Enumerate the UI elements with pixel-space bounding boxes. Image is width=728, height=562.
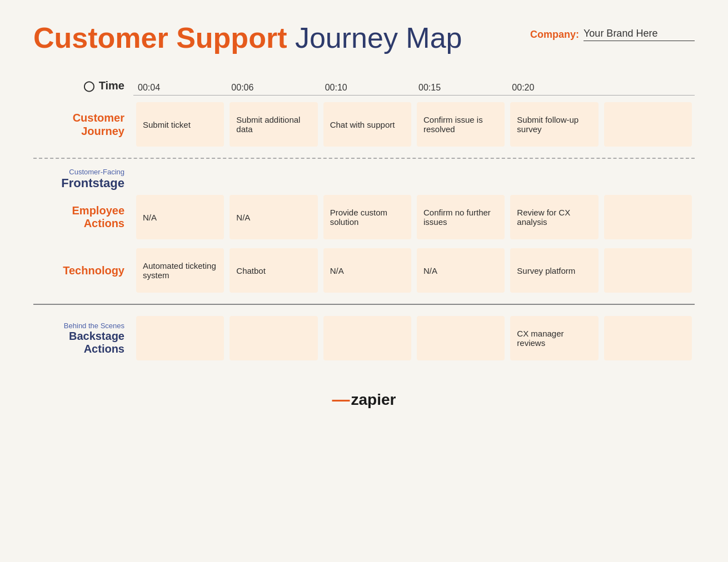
- customer-journey-cell-4: Submit follow-up survey: [510, 102, 598, 147]
- time-label-text: Time: [99, 79, 124, 92]
- company-block: Company: Your Brand Here: [530, 28, 695, 41]
- technology-cell-3: N/A: [417, 248, 505, 293]
- company-label: Company:: [530, 29, 579, 41]
- customer-journey-label-text: Customer Journey: [73, 111, 124, 138]
- time-cell-0: 00:04: [133, 76, 227, 96]
- customer-journey-cell-2: Chat with support: [323, 102, 411, 147]
- customer-journey-cell-0: Submit ticket: [136, 102, 224, 147]
- zapier-dash-icon: —: [332, 389, 350, 410]
- time-cell-3: 00:15: [414, 76, 507, 96]
- technology-cell-5: [604, 248, 692, 293]
- technology-label: Technology: [33, 246, 133, 295]
- zapier-logo: — zapier: [332, 389, 396, 410]
- zapier-brand-text: zapier: [351, 391, 396, 409]
- employee-actions-cell-0: N/A: [136, 195, 224, 239]
- backstage-label: Behind the Scenes Backstage Actions: [33, 314, 133, 363]
- backstage-cell-2: [323, 316, 411, 360]
- title-block: Customer Support Journey Map: [33, 22, 462, 54]
- employee-actions-cell-2: Provide custom solution: [323, 195, 411, 239]
- customer-journey-cell-5: [604, 102, 692, 147]
- employee-actions-cell-3: Confirm no further issues: [417, 195, 505, 239]
- technology-cell-1: Chatbot: [230, 248, 317, 293]
- company-value: Your Brand Here: [584, 28, 695, 41]
- footer: — zapier: [33, 389, 695, 410]
- title-highlight: Customer Support: [33, 22, 287, 54]
- technology-cell-4: Survey platform: [510, 248, 598, 293]
- page-title: Customer Support Journey Map: [33, 22, 462, 54]
- employee-actions-label: Employee Actions: [33, 193, 133, 242]
- time-cell-5: [601, 76, 695, 96]
- customer-journey-cell-1: Submit additional data: [230, 102, 317, 147]
- employee-actions-cell-1: N/A: [230, 195, 317, 239]
- employee-actions-cell-5: [604, 195, 692, 239]
- backstage-cell-0: [136, 316, 224, 360]
- technology-cell-0: Automated ticketing system: [136, 248, 224, 293]
- time-cell-1: 00:06: [227, 76, 320, 96]
- backstage-cell-3: [417, 316, 505, 360]
- time-cell-2: 00:10: [321, 76, 414, 96]
- backstage-cell-1: [230, 316, 317, 360]
- dashed-divider: [33, 158, 695, 159]
- customer-journey-cell-3: Confirm issue is resolved: [417, 102, 505, 147]
- technology-cell-2: N/A: [323, 248, 411, 293]
- customer-journey-label: Customer Journey: [33, 100, 133, 149]
- clock-icon: ◯: [83, 80, 94, 92]
- title-rest: Journey Map: [287, 22, 462, 54]
- employee-actions-cell-4: Review for CX analysis: [510, 195, 598, 239]
- time-row-label: ◯ Time: [33, 76, 133, 96]
- time-cell-4: 00:20: [507, 76, 601, 96]
- solid-divider: [33, 304, 695, 305]
- frontstage-label: Customer-Facing Frontstage: [33, 168, 133, 190]
- backstage-cell-5: [604, 316, 692, 360]
- backstage-cell-4: CX manager reviews: [510, 316, 598, 360]
